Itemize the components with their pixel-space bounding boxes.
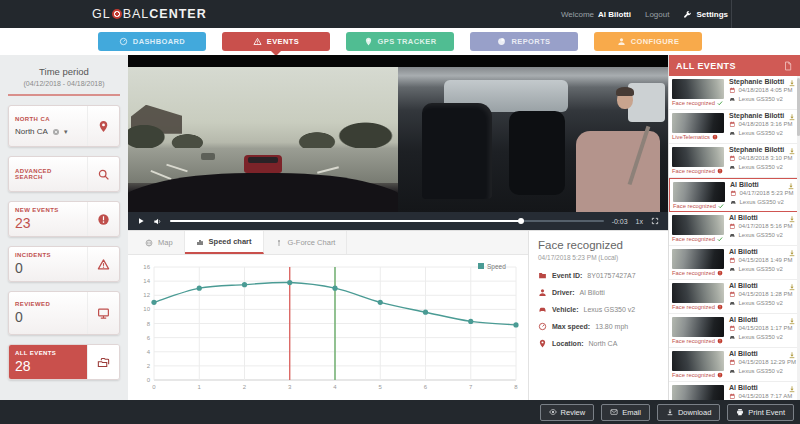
download-icon[interactable] (788, 385, 796, 393)
event-date-row: 04/15/2018 12:29 PM (729, 359, 800, 366)
calendar-icon (729, 121, 736, 128)
play-icon[interactable] (137, 217, 145, 225)
download-icon[interactable] (788, 351, 796, 359)
caret-down-icon[interactable]: ▾ (64, 128, 68, 136)
time-period-range: (04/12/2018 - 04/18/2018) (8, 80, 120, 87)
svg-text:2: 2 (243, 384, 247, 390)
event-badge: Face recognized (672, 100, 723, 106)
calendar-icon (729, 291, 736, 298)
detail-field-value: Lexus GS350 v2 (583, 306, 635, 313)
sidebar-card[interactable]: NEW EVENTS 23 (8, 201, 120, 237)
download-icon[interactable] (788, 79, 796, 87)
video-progress-knob[interactable] (518, 218, 524, 224)
gauge-icon (538, 322, 547, 331)
calendar-icon (729, 257, 736, 264)
event-date: 04/17/2018 5:16 PM (739, 223, 793, 229)
event-badge: Face recognized (672, 236, 723, 242)
logout-link[interactable]: Logout (645, 10, 669, 19)
event-list-item[interactable]: LiveTelematics Stephanie Bilotti 04/18/2… (669, 110, 800, 144)
car-icon (729, 266, 736, 273)
nav-button[interactable]: REPORTS (470, 32, 578, 51)
event-list-item[interactable]: Face recognized Al Bilotti 04/15/2018 1:… (669, 314, 800, 348)
nav-button[interactable]: EVENTS (222, 32, 330, 51)
clear-icon[interactable] (52, 128, 60, 136)
event-vehicle: Lexus GS350 v2 (739, 300, 783, 306)
volume-icon[interactable] (153, 217, 162, 226)
tab-label: G-Force Chart (288, 238, 336, 247)
region-card: NORTH CA North CA ▾ (8, 105, 120, 147)
event-list-item[interactable]: Face recognized Al Bilotti 04/17/2018 5:… (669, 178, 800, 212)
nav-button[interactable]: CONFIGURE (594, 32, 702, 51)
download-icon[interactable] (788, 317, 796, 325)
card-icon-cell (87, 157, 119, 191)
event-vehicle-row: Lexus GS350 v2 (729, 164, 800, 171)
svg-text:8: 8 (147, 321, 151, 327)
nav-button[interactable]: GPS TRACKER (346, 32, 454, 51)
check-icon (717, 236, 723, 242)
footer-button[interactable]: Review (540, 404, 595, 421)
event-badge-label: Face recognized (672, 236, 715, 242)
detail-field-label: Vehicle (552, 306, 578, 313)
download-icon[interactable] (787, 182, 795, 190)
calendar-icon (729, 223, 736, 230)
event-list-item[interactable]: Face recognized Al Bilotti 04/17/2018 5:… (669, 212, 800, 246)
event-date: 04/15/2018 7:17 AM (739, 393, 793, 399)
chart-tab[interactable]: Map (134, 231, 185, 254)
download-icon[interactable] (788, 283, 796, 291)
footer-button[interactable]: Download (657, 404, 720, 421)
event-list-item[interactable]: Face recognized Al Bilotti 04/15/2018 1:… (669, 246, 800, 280)
alert-icon (717, 270, 723, 276)
detail-field-value: Al Bilotti (580, 289, 605, 296)
download-icon[interactable] (788, 147, 796, 155)
event-list-item[interactable]: Face recognized Stephanie Bilotti 04/18/… (669, 144, 800, 178)
event-badge: Face recognized (673, 203, 724, 209)
footer-button[interactable]: Print Event (727, 404, 794, 421)
event-thumbnail (672, 113, 724, 133)
folder-icon (538, 271, 547, 280)
event-badge: Face recognized (672, 372, 723, 378)
all-events-title: ALL EVENTS (676, 61, 736, 71)
svg-text:4: 4 (333, 384, 337, 390)
print-icon (736, 408, 744, 416)
event-list-item[interactable]: Face recognized Al Bilotti 04/15/2018 7:… (669, 382, 800, 400)
header-divider (731, 0, 732, 28)
detail-field-value: North CA (589, 340, 618, 347)
nav-button[interactable]: DASHBOARD (98, 32, 206, 51)
download-icon[interactable] (788, 113, 796, 121)
playback-rate[interactable]: 1x (636, 218, 643, 225)
video-time-remaining: -0:03 (612, 218, 628, 225)
event-list-item[interactable]: Face recognized Al Bilotti 04/15/2018 12… (669, 348, 800, 382)
event-badge-label: Face recognized (672, 372, 715, 378)
video-player[interactable]: -0:03 1x (128, 55, 668, 230)
chart-tab[interactable]: Speed chart (185, 231, 264, 254)
video-progress-bar[interactable] (170, 220, 604, 222)
download-icon[interactable] (788, 249, 796, 257)
fullscreen-icon[interactable] (651, 217, 659, 225)
alert-icon (717, 304, 723, 310)
car-icon (729, 368, 736, 375)
event-list-item[interactable]: Face recognized Al Bilotti 04/15/2018 1:… (669, 280, 800, 314)
sidebar-card[interactable]: ALL EVENTS 28 (8, 344, 120, 380)
event-date-row: 04/17/2018 5:16 PM (729, 223, 800, 230)
alert-icon (97, 213, 110, 226)
region-select[interactable]: North CA ▾ (15, 127, 81, 136)
alert-icon (712, 134, 718, 140)
event-vehicle: Lexus GS350 v2 (739, 164, 783, 170)
detail-field: Max speed 13.80 mph (538, 322, 659, 331)
car-icon (729, 232, 736, 239)
footer-button[interactable]: Email (601, 404, 650, 421)
sidebar-card[interactable]: ADVANCED SEARCH (8, 156, 120, 192)
event-vehicle: Lexus GS350 v2 (739, 368, 783, 374)
export-icon[interactable] (783, 61, 793, 71)
event-list-item[interactable]: Face recognized Stephanie Bilotti 04/18/… (669, 76, 800, 110)
download-icon[interactable] (788, 215, 796, 223)
footer-button-label: Email (622, 408, 641, 417)
settings-link[interactable]: Settings (683, 10, 728, 19)
logo-text: BAL (123, 7, 150, 21)
video-frames[interactable] (128, 67, 668, 212)
sidebar-card[interactable]: REVIEWED 0 (8, 291, 120, 335)
sidebar-card[interactable]: INCIDENTS 0 (8, 246, 120, 282)
chart-tab[interactable]: G-Force Chart (264, 231, 348, 254)
event-thumbnail (672, 283, 724, 303)
road-camera-view (128, 67, 398, 212)
